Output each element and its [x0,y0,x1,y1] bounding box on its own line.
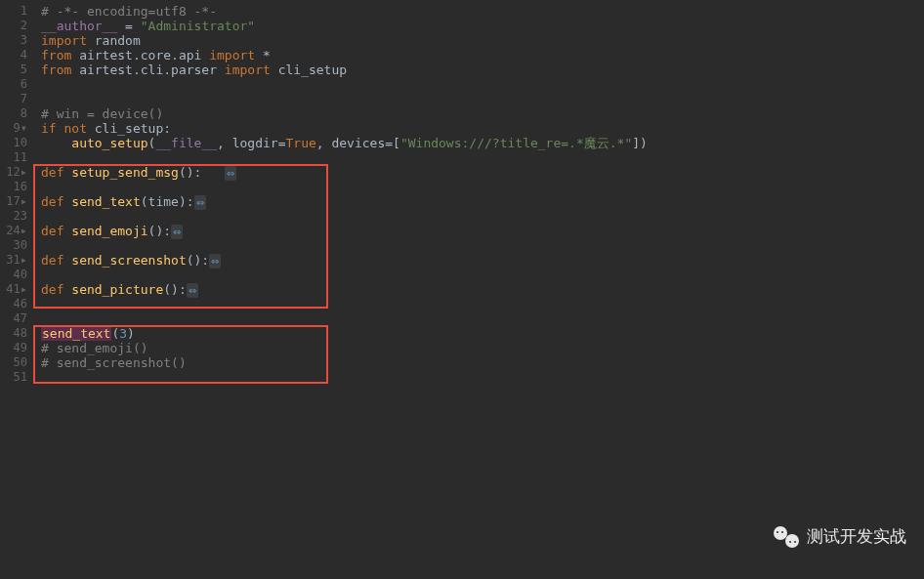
sig: (): [187,253,209,268]
ident: cli_setup [271,62,347,77]
code-line[interactable]: def send_picture():⇔ [41,282,924,297]
line-number: 8 [0,106,27,121]
code-line[interactable]: def send_emoji():⇔ [41,224,924,238]
keyword: def [41,165,63,180]
line-number: 23 [0,209,27,224]
code-line[interactable]: from airtest.cli.parser import cli_setup [41,62,924,77]
string: "Windows:///?title_re=.*魔云.*" [400,136,632,150]
code-line[interactable]: __author__ = "Administrator" [41,19,924,33]
line-number: 50 [0,355,27,370]
line-number[interactable]: 41▸ [0,282,27,297]
line-number: 47 [0,311,27,326]
keyword: from [41,48,71,62]
paren: ]) [632,136,648,150]
line-number[interactable]: 9▾ [0,121,27,136]
code-line[interactable] [41,180,924,194]
comment: # win = device() [41,106,163,121]
line-number[interactable]: 17▸ [0,194,27,209]
wechat-icon [774,526,799,548]
line-number: 49 [0,341,27,355]
line-number-gutter: 1 2 3 4 5 6 7 8 9▾ 10 11 12▸ 16 17▸ 23 2… [0,0,35,579]
line-number: 3 [0,33,27,48]
star: * [255,48,271,62]
func-call: auto_setup [71,136,147,150]
line-number: 46 [0,297,27,311]
code-line[interactable]: import random [41,33,924,48]
ident: cli_setup: [87,121,171,136]
code-editor: 1 2 3 4 5 6 7 8 9▾ 10 11 12▸ 16 17▸ 23 2… [0,0,924,579]
module: random [87,33,141,48]
number: 3 [119,326,127,341]
func-name: send_screenshot [71,253,186,268]
line-number: 10 [0,136,27,150]
keyword: from [41,62,71,77]
line-number: 4 [0,48,27,62]
code-line[interactable] [41,238,924,253]
line-number: 2 [0,19,27,33]
keyword: True [286,136,316,150]
code-line[interactable] [41,92,924,106]
code-line[interactable]: def setup_send_msg(): ⇔ [41,165,924,180]
dunder: __author__ [41,19,117,33]
func-call-highlight: send_text [41,326,111,341]
code-line[interactable] [41,311,924,326]
sig: (): [163,282,186,297]
comment: # send_screenshot() [41,355,187,370]
sig: (): [148,224,171,238]
line-number: 7 [0,92,27,106]
comment: # send_emoji() [41,341,148,355]
code-line[interactable] [41,268,924,282]
code-line[interactable]: # -*- encoding=utf8 -*- [41,4,924,19]
func-name: send_text [71,194,140,209]
line-number: 48 [0,326,27,341]
line-number: 51 [0,370,27,385]
code-line[interactable]: def send_screenshot():⇔ [41,253,924,268]
keyword: def [41,253,63,268]
arg: , devices=[ [316,136,400,150]
arg: , logdir= [217,136,285,150]
code-line[interactable]: # win = device() [41,106,924,121]
line-number: 40 [0,268,27,282]
line-number: 30 [0,238,27,253]
code-line[interactable]: send_text(3) [41,326,924,341]
fold-icon[interactable]: ⇔ [225,166,236,181]
module: airtest.cli.parser [71,62,225,77]
code-line[interactable]: def send_text(time):⇔ [41,194,924,209]
code-area[interactable]: # -*- encoding=utf8 -*- __author__ = "Ad… [35,0,924,579]
keyword: def [41,282,63,297]
code-line[interactable] [41,297,924,311]
line-number: 11 [0,150,27,165]
dunder: __file__ [155,136,217,150]
code-line[interactable] [41,209,924,224]
code-line[interactable] [41,370,924,385]
line-number[interactable]: 12▸ [0,165,27,180]
code-line[interactable]: from airtest.core.api import * [41,48,924,62]
code-line[interactable]: # send_screenshot() [41,355,924,370]
line-number[interactable]: 31▸ [0,253,27,268]
func-name: setup_send_msg [71,165,179,180]
code-line[interactable] [41,77,924,92]
line-number[interactable]: 24▸ [0,224,27,238]
fold-icon[interactable]: ⇔ [194,195,206,210]
keyword: def [41,194,63,209]
keyword: if not [41,121,87,136]
code-line[interactable] [41,150,924,165]
keyword: import [41,33,87,48]
watermark-text: 测试开发实战 [807,525,906,548]
sig: (): [179,165,225,180]
code-line[interactable]: auto_setup(__file__, logdir=True, device… [41,136,924,150]
comment: # -*- encoding=utf8 -*- [41,4,217,19]
code-line[interactable]: # send_emoji() [41,341,924,355]
fold-icon[interactable]: ⇔ [187,283,198,298]
line-number: 1 [0,4,27,19]
code-line[interactable]: if not cli_setup: [41,121,924,136]
func-name: send_emoji [71,224,147,238]
line-number: 5 [0,62,27,77]
indent [41,136,71,150]
fold-icon[interactable]: ⇔ [171,225,183,239]
fold-icon[interactable]: ⇔ [209,254,221,269]
watermark: 测试开发实战 [774,525,906,548]
keyword: import [209,48,255,62]
sig: (time): [141,194,194,209]
line-number: 6 [0,77,27,92]
